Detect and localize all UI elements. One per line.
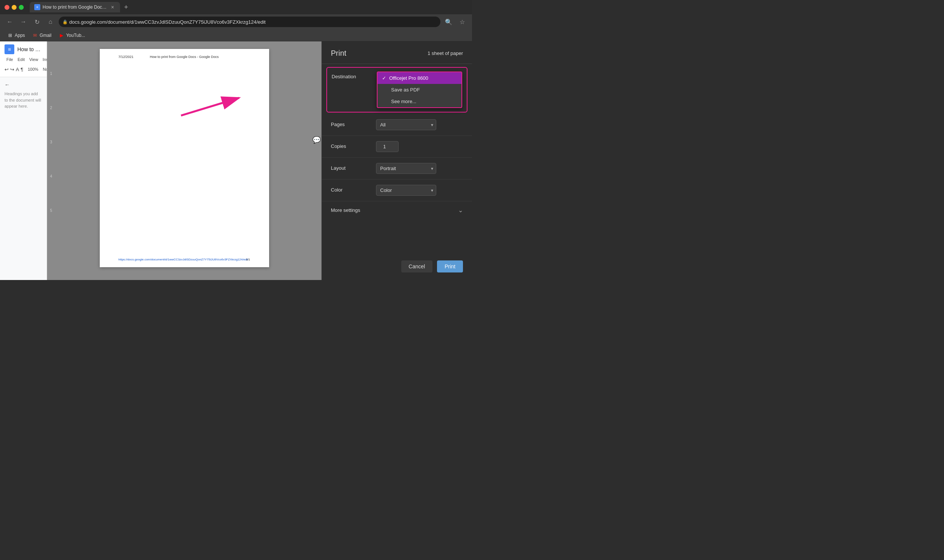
address-bar: ← → ↻ ⌂ 🔒 docs.google.com/document/d/1ww… xyxy=(0,14,472,29)
page-number-2: 2 xyxy=(50,106,52,110)
document-page: 7/12/2021 How to print from Google Docs … xyxy=(100,49,269,267)
copies-row: Copies xyxy=(322,136,472,158)
bookmark-gmail-label: Gmail xyxy=(40,33,51,38)
document-footer-page: 1/1 xyxy=(246,258,250,261)
paint-format-button[interactable]: A xyxy=(16,65,19,74)
bookmark-gmail[interactable]: ✉ Gmail xyxy=(29,32,54,39)
apps-favicon: ⊞ xyxy=(8,33,13,38)
document-footer-url: https://docs.google.com/document/d/1wwCC… xyxy=(118,258,248,261)
page-number-5: 5 xyxy=(50,209,52,212)
more-settings-chevron-icon: ⌄ xyxy=(458,207,463,214)
pages-row: Pages All ▾ xyxy=(322,114,472,136)
cancel-button[interactable]: Cancel xyxy=(401,260,433,272)
bookmark-youtube-label: YouTub... xyxy=(66,33,85,38)
color-row: Color Color ▾ xyxy=(322,180,472,202)
tab-favicon: ≡ xyxy=(34,4,40,10)
docs-app-icon: ≡ xyxy=(5,45,14,54)
destination-label: Destination xyxy=(332,71,377,79)
youtube-favicon: ▶ xyxy=(59,33,65,38)
destination-option-pdf[interactable]: Save as PDF xyxy=(378,84,461,95)
address-container[interactable]: 🔒 docs.google.com/document/d/1wwCC3zvJdl… xyxy=(59,17,440,27)
bookmark-youtube[interactable]: ▶ YouTub... xyxy=(56,32,88,39)
print-buttons: Cancel Print xyxy=(322,253,472,280)
docs-sidebar: ≡ How to print from Google File Edit Vie… xyxy=(0,42,47,280)
gmail-favicon: ✉ xyxy=(32,33,38,38)
pages-label: Pages xyxy=(331,119,376,127)
forward-button[interactable]: → xyxy=(18,17,29,27)
tab-bar: ≡ How to print from Google Docs... × + xyxy=(30,2,467,12)
color-control: Color ▾ xyxy=(376,185,463,196)
print-divider xyxy=(322,64,472,64)
new-tab-button[interactable]: + xyxy=(121,3,131,12)
pages-control: All ▾ xyxy=(376,119,463,130)
lock-icon: 🔒 xyxy=(63,20,68,25)
refresh-button[interactable]: ↻ xyxy=(32,17,42,27)
bookmarks-bar: ⊞ Apps ✉ Gmail ▶ YouTub... xyxy=(0,29,472,42)
document-header-title: How to print from Google Docs - Google D… xyxy=(150,55,219,59)
page-number-4: 4 xyxy=(50,174,52,178)
maximize-button[interactable] xyxy=(19,5,24,10)
docs-header: ≡ How to print from Google File Edit Vie… xyxy=(0,42,47,77)
destination-officejet-label: Officejet Pro 8600 xyxy=(389,75,457,81)
bookmark-apps[interactable]: ⊞ Apps xyxy=(5,32,28,39)
pages-select[interactable]: All xyxy=(376,119,436,130)
bookmark-apps-label: Apps xyxy=(15,33,25,38)
address-text[interactable]: docs.google.com/document/d/1wwCC3zvJdlSD… xyxy=(59,17,440,27)
outline-placeholder: Headings you add to the document will ap… xyxy=(5,91,42,109)
close-button[interactable] xyxy=(5,5,9,10)
tab-close-button[interactable]: × xyxy=(109,4,115,10)
print-panel: Print 1 sheet of paper Destination ✓ Off… xyxy=(321,42,472,280)
destination-control: ✓ Officejet Pro 8600 Save as PDF See mor… xyxy=(377,71,462,108)
copies-input[interactable] xyxy=(376,141,398,152)
zoom-control[interactable]: 100% xyxy=(28,67,38,71)
tab-title: How to print from Google Docs... xyxy=(43,5,107,10)
document-area: 1 2 3 4 5 7/12/2021 How to print from Go… xyxy=(47,42,321,280)
color-select-wrapper: Color ▾ xyxy=(376,185,436,196)
minimize-button[interactable] xyxy=(12,5,17,10)
home-button[interactable]: ⌂ xyxy=(45,17,56,27)
main-content: ≡ How to print from Google File Edit Vie… xyxy=(0,42,472,280)
page-number-3: 3 xyxy=(50,140,52,144)
layout-row: Layout Portrait ▾ xyxy=(322,158,472,180)
print-button[interactable]: Print xyxy=(437,260,463,272)
destination-row: Destination ✓ Officejet Pro 8600 Save as… xyxy=(326,67,467,112)
destination-more-label: See more... xyxy=(391,98,457,104)
more-settings-label: More settings xyxy=(331,208,360,213)
menu-file[interactable]: File xyxy=(5,57,15,63)
search-icon[interactable]: 🔍 xyxy=(443,17,454,27)
url-display: docs.google.com/document/d/1wwCC3zvJdlSD… xyxy=(69,19,266,25)
color-select[interactable]: Color xyxy=(376,185,436,196)
destination-pdf-label: Save as PDF xyxy=(391,87,457,92)
title-bar: ≡ How to print from Google Docs... × + xyxy=(0,0,472,14)
browser-frame: ≡ How to print from Google Docs... × + ←… xyxy=(0,0,472,280)
print-title: Print xyxy=(331,49,346,58)
active-tab[interactable]: ≡ How to print from Google Docs... × xyxy=(30,2,120,12)
color-label: Color xyxy=(331,185,376,193)
outline-panel: ← Headings you add to the document will … xyxy=(0,77,47,280)
destination-option-more[interactable]: See more... xyxy=(378,95,461,107)
more-settings-row[interactable]: More settings ⌄ xyxy=(322,202,472,219)
docs-menu-bar: File Edit View Insert Form... xyxy=(5,56,42,63)
print-header: Print 1 sheet of paper xyxy=(322,42,472,64)
back-button[interactable]: ← xyxy=(5,17,15,27)
layout-label: Layout xyxy=(331,163,376,171)
redo-button[interactable]: ↪ xyxy=(10,65,14,74)
print-sheet-count: 1 sheet of paper xyxy=(427,51,463,56)
destination-dropdown[interactable]: ✓ Officejet Pro 8600 Save as PDF See mor… xyxy=(377,71,462,108)
docs-toolbar: ↩ ↪ A ¶ 100% No... xyxy=(5,63,42,75)
undo-button[interactable]: ↩ xyxy=(5,65,9,74)
page-number-bar: 1 2 3 4 5 xyxy=(50,42,52,280)
bookmark-icon[interactable]: ☆ xyxy=(457,17,467,27)
destination-option-officejet[interactable]: ✓ Officejet Pro 8600 xyxy=(378,72,461,84)
menu-edit[interactable]: Edit xyxy=(16,57,27,63)
layout-select-wrapper: Portrait ▾ xyxy=(376,163,436,174)
checkmark-icon: ✓ xyxy=(382,75,386,81)
traffic-lights xyxy=(5,5,24,10)
page-number-1: 1 xyxy=(50,71,52,75)
format-button[interactable]: ¶ xyxy=(21,65,23,74)
outline-back-button[interactable]: ← xyxy=(5,82,42,88)
layout-select[interactable]: Portrait xyxy=(376,163,436,174)
pages-select-wrapper: All ▾ xyxy=(376,119,436,130)
menu-view[interactable]: View xyxy=(28,57,40,63)
docs-document-title: How to print from Google xyxy=(17,46,42,52)
